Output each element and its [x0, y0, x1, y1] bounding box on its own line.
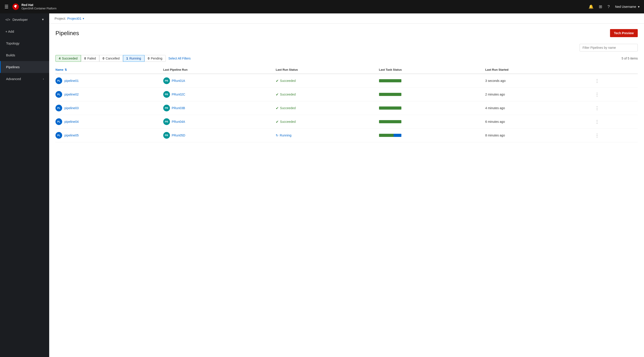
run-status-text: Succeeded	[280, 120, 296, 124]
task-bar-green	[379, 134, 394, 137]
run-status-cell: ✔ Succeeded	[276, 115, 379, 128]
run-status-cell: ✔ Succeeded	[276, 74, 379, 88]
page-header: Pipelines Tech Preview	[56, 29, 638, 37]
top-nav: ☰ Red Hat OpenShift Container Platform 🔔…	[0, 0, 644, 14]
running-count: 1	[126, 56, 128, 60]
pipeline-name-link[interactable]: pipeline03	[64, 106, 79, 110]
table-body: PL pipeline01 PR PRun01A ✔ Succeeded 3 s…	[56, 74, 638, 142]
run-avatar: PR	[163, 91, 170, 98]
failed-filter-button[interactable]: 0 Failed	[81, 55, 99, 62]
pipeline-avatar: PL	[56, 132, 62, 139]
row-kebab-menu-button[interactable]: ⋮	[593, 132, 601, 139]
table-row: PL pipeline03 PR PRun03B ✔ Succeeded 4 m…	[56, 101, 638, 115]
check-icon: ✔	[276, 79, 278, 83]
hamburger-icon[interactable]: ☰	[4, 4, 8, 10]
tech-preview-button[interactable]: Tech Preview	[610, 29, 638, 37]
task-status-cell	[379, 115, 486, 128]
running-filter-button[interactable]: 1 Running	[123, 55, 144, 62]
task-status-bar	[379, 93, 402, 96]
row-kebab-menu-button[interactable]: ⋮	[593, 104, 601, 112]
filter-bar	[56, 44, 638, 52]
project-name[interactable]: Project01	[67, 16, 82, 20]
table-row: PL pipeline02 PR PRun02C ✔ Succeeded 2 m…	[56, 88, 638, 101]
actions-cell: ⋮	[593, 88, 638, 101]
sidebar-item-topology[interactable]: Topology	[0, 37, 49, 49]
pipelines-label: Pipelines	[6, 65, 20, 69]
cancelled-filter-button[interactable]: 0 Cancelled	[99, 55, 123, 62]
context-label: Developer	[12, 18, 28, 22]
help-icon[interactable]: ?	[608, 4, 610, 9]
content-area: Project: Project01 ▾ Pipelines Tech Prev…	[49, 14, 644, 357]
run-avatar: PR	[163, 132, 170, 139]
run-status-cell: ✔ Succeeded	[276, 101, 379, 115]
actions-cell: ⋮	[593, 115, 638, 128]
run-started-cell: 3 seconds ago	[485, 74, 593, 88]
select-all-filters-button[interactable]: Select All Filters	[168, 56, 191, 60]
task-bar-green	[379, 79, 402, 82]
project-bar: Project: Project01 ▾	[49, 14, 644, 24]
sidebar: </> Developer ▾ + Add Topology Builds Pi…	[0, 14, 49, 357]
failed-count: 0	[84, 56, 86, 60]
filter-pipelines-input[interactable]	[580, 44, 638, 52]
table-row: PL pipeline01 PR PRun01A ✔ Succeeded 3 s…	[56, 74, 638, 88]
row-kebab-menu-button[interactable]: ⋮	[593, 77, 601, 84]
task-bar-green	[379, 93, 402, 96]
run-avatar: PR	[163, 105, 170, 112]
pipeline-name-cell: PL pipeline02	[56, 88, 163, 101]
run-id-link[interactable]: PRun05D	[172, 134, 185, 137]
topology-label: Topology	[6, 42, 20, 45]
pipeline-name-link[interactable]: pipeline04	[64, 120, 79, 124]
table-header: Name ⇅ Last Pipeline Run Last Run Status…	[56, 66, 638, 74]
run-id-link[interactable]: PRun01A	[172, 79, 185, 82]
col-name-header[interactable]: Name ⇅	[56, 66, 163, 74]
apps-grid-icon[interactable]: ⊞	[599, 4, 602, 9]
task-status-cell	[379, 128, 486, 142]
pipeline-name-link[interactable]: pipeline05	[64, 134, 79, 137]
items-count: 5 of 5 items	[622, 56, 638, 60]
task-status-bar	[379, 120, 402, 123]
sidebar-context-switcher[interactable]: </> Developer ▾	[0, 14, 49, 26]
table-row: PL pipeline05 PR PRun05D ↻ Running 8 min…	[56, 128, 638, 142]
project-chevron-icon[interactable]: ▾	[83, 17, 84, 20]
check-icon: ✔	[276, 120, 278, 124]
redhat-logo	[12, 3, 19, 10]
run-id-link[interactable]: PRun02C	[172, 92, 185, 96]
cancelled-count: 0	[103, 56, 104, 60]
col-run-started-header: Last Run Started	[485, 66, 593, 74]
run-status-cell: ✔ Succeeded	[276, 88, 379, 101]
pipeline-run-cell: PR PRun02C	[163, 88, 276, 101]
status-running: ↻ Running	[276, 134, 376, 137]
run-avatar: PR	[163, 118, 170, 125]
pending-count: 0	[148, 56, 150, 60]
run-id-link[interactable]: PRun03B	[172, 106, 185, 110]
page-title: Pipelines	[56, 30, 79, 37]
pending-label: Pending	[151, 56, 162, 60]
sidebar-item-builds[interactable]: Builds	[0, 49, 49, 61]
sidebar-add-button[interactable]: + Add	[0, 26, 49, 37]
pending-filter-button[interactable]: 0 Pending	[144, 55, 166, 62]
pipeline-run-cell: PR PRun05D	[163, 128, 276, 142]
advanced-label: Advanced	[6, 77, 21, 81]
run-status-text: Running	[280, 134, 291, 137]
brand: Red Hat OpenShift Container Platform	[12, 3, 56, 10]
run-status-text: Succeeded	[280, 92, 296, 96]
pipeline-name-link[interactable]: pipeline01	[64, 79, 79, 82]
sidebar-item-advanced[interactable]: Advanced ›	[0, 73, 49, 85]
task-bar-green	[379, 120, 402, 123]
succeeded-filter-button[interactable]: 4 Succeeded	[56, 55, 81, 62]
developer-icon: </>	[5, 18, 10, 22]
user-menu[interactable]: Ned Username ▾	[615, 5, 640, 8]
page-content: Pipelines Tech Preview 4 Succeeded 0 Fai…	[49, 24, 644, 357]
succeeded-count: 4	[59, 56, 60, 60]
pipeline-name-cell: PL pipeline01	[56, 74, 163, 88]
notification-icon[interactable]: 🔔	[588, 4, 594, 9]
row-kebab-menu-button[interactable]: ⋮	[593, 118, 601, 125]
pipeline-name-link[interactable]: pipeline02	[64, 92, 79, 96]
run-id-link[interactable]: PRun04A	[172, 120, 185, 124]
pipeline-avatar: PL	[56, 105, 62, 112]
row-kebab-menu-button[interactable]: ⋮	[593, 91, 601, 98]
failed-label: Failed	[88, 56, 96, 60]
actions-cell: ⋮	[593, 101, 638, 115]
col-last-run-header: Last Pipeline Run	[163, 66, 276, 74]
sidebar-item-pipelines[interactable]: Pipelines	[0, 61, 49, 73]
